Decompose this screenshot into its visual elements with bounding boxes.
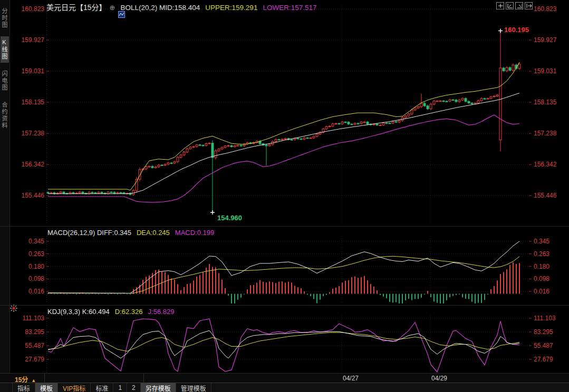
chart-type-sidebar: 分时图K线图闪电图合约资料	[0, 0, 10, 373]
axis-label: 155.446	[534, 192, 556, 199]
axis-label: 0.180	[9, 263, 44, 270]
axis-label: 0.263	[534, 251, 549, 257]
axis-label: 0.345	[9, 238, 44, 244]
axis-label: 0.345	[534, 238, 549, 244]
tab-spacer	[0, 383, 13, 392]
axis-label: 0.263	[9, 251, 44, 257]
low-price-annotation: 154.960	[217, 214, 242, 222]
axis-label: 27.679	[534, 356, 553, 362]
kdj-j-label: J:56.829	[148, 308, 175, 316]
kdj-k-label: KDJ(9,3,3) K:60.494	[47, 308, 110, 316]
axis-label: 0.016	[9, 288, 44, 295]
axis-label: 0.016	[534, 288, 549, 295]
strip-divider	[44, 374, 45, 383]
trading-terminal: 分时图K线图闪电图合约资料 美元日元【15分】⊕BOLL(20,2) MID:1…	[0, 0, 569, 392]
kdj-d-label: D:62.326	[115, 308, 143, 316]
axis-label: 158.135	[9, 99, 44, 105]
axis-label: 156.342	[9, 161, 44, 168]
axis-label: 159.927	[534, 37, 556, 43]
macd-legend: MACD(26,12,9) DIFF:0.345DEA:0.245MACD:0.…	[47, 229, 214, 237]
bottom-tab-5[interactable]: 2	[127, 383, 141, 392]
bottom-tab-bar: 指标模板VIP指标标准12另存模板管理模板	[0, 383, 569, 392]
axis-label: 0.098	[534, 276, 549, 282]
sidebar-item-1[interactable]: K线图	[1, 36, 9, 63]
axis-label: 157.238	[9, 130, 44, 136]
bottom-tab-6[interactable]: 另存模板	[141, 383, 176, 392]
axis-label: 0.098	[9, 276, 44, 282]
axis-label: 55.487	[534, 342, 553, 349]
axis-label: 55.487	[9, 342, 44, 349]
sidebar-item-3[interactable]: 合约资料	[1, 99, 9, 132]
axis-label: 27.679	[9, 356, 44, 362]
axis-label: 157.238	[534, 130, 556, 136]
kdj-chart[interactable]	[46, 315, 532, 374]
sidebar-item-0[interactable]: 分时图	[1, 5, 9, 31]
high-price-annotation: 160.195	[504, 26, 529, 34]
bottom-tab-4[interactable]: 1	[113, 383, 127, 392]
axis-label: 111.103	[9, 315, 44, 321]
axis-label: 0.180	[534, 263, 549, 270]
x-axis-date: 04/29	[431, 375, 447, 382]
axis-label: 160.823	[534, 6, 556, 12]
strip-divider	[143, 374, 144, 383]
axis-label: 111.103	[534, 315, 556, 321]
bottom-tab-1[interactable]: 模板	[35, 383, 58, 392]
macd-diff-label: MACD(26,12,9) DIFF:0.345	[47, 229, 131, 237]
macd-chart[interactable]	[46, 236, 532, 303]
axis-label: 159.927	[9, 37, 44, 43]
bottom-tab-7[interactable]: 管理模板	[176, 383, 211, 392]
xaxis-strip: 15分▲ 04/2704/29	[0, 373, 569, 383]
x-axis-date: 04/27	[343, 375, 359, 382]
pane-separator	[0, 305, 569, 306]
axis-label: 83.295	[534, 329, 553, 335]
axis-label: 83.295	[9, 329, 44, 335]
bottom-tab-0[interactable]: 指标	[13, 383, 35, 392]
sidebar-item-2[interactable]: 闪电图	[1, 68, 9, 94]
axis-label: 160.823	[9, 6, 44, 12]
bottom-tab-2[interactable]: VIP指标	[58, 383, 91, 392]
axis-label: 159.031	[9, 68, 44, 74]
macd-dea-label: DEA:0.245	[137, 229, 170, 237]
pane-separator	[0, 226, 569, 227]
axis-label: 156.342	[534, 161, 556, 168]
axis-label: 158.135	[534, 99, 556, 105]
bottom-tab-3[interactable]: 标准	[91, 383, 113, 392]
axis-label: 155.446	[9, 192, 44, 199]
axis-label: 159.031	[534, 68, 556, 74]
macd-value-label: MACD:0.199	[175, 229, 214, 237]
price-candlestick-chart[interactable]	[46, 5, 532, 224]
kdj-legend: KDJ(9,3,3) K:60.494D:62.326J:56.829	[47, 308, 174, 316]
